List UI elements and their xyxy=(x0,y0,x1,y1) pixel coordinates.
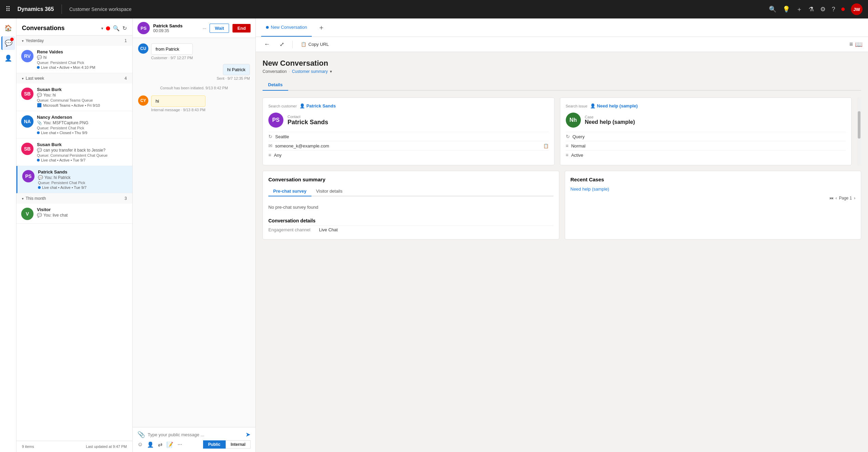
attachment-icon[interactable]: 📎 xyxy=(137,431,145,438)
conv-name: Rene Valdes xyxy=(37,49,128,54)
conv-item-visitor[interactable]: V Visitor 💬 You: live chat xyxy=(16,204,132,224)
emoji-icon[interactable]: ☺ xyxy=(137,441,143,448)
conv-preview: 💬 You: hi xyxy=(37,93,128,98)
conv-name: Patrick Sands xyxy=(38,169,128,175)
conv-item-nancy[interactable]: NA Nancy Anderson 📎 You: MSFTCapture.PNG… xyxy=(16,111,132,139)
group-chevron: ▾ xyxy=(22,39,24,43)
case-avatar: Nh xyxy=(566,113,581,128)
conv-item-susan1[interactable]: SB Susan Burk 💬 You: hi Queue: Communal … xyxy=(16,83,132,111)
copy-url-button[interactable]: 📋 Copy URL xyxy=(298,40,332,48)
tab-details[interactable]: Details xyxy=(263,79,288,91)
agent-icon[interactable]: 👤 xyxy=(147,441,154,448)
add-tab-icon[interactable]: ＋ xyxy=(318,23,325,32)
send-icon[interactable]: ➤ xyxy=(245,431,251,438)
recent-case-link[interactable]: Need help (sample) xyxy=(571,186,609,192)
nav-icons: 🔍 💡 ＋ ⚗ ⚙ ? JW xyxy=(769,3,863,15)
conv-queue: Queue: Communal Teams Queue xyxy=(37,98,128,102)
conv-channel: Live chat • Active • Tue 9/7 xyxy=(37,158,128,162)
panel-book-icon[interactable]: 📖 xyxy=(855,41,863,48)
popout-button[interactable]: ⤢ xyxy=(277,40,287,49)
internal-tab-button[interactable]: Internal xyxy=(226,440,251,449)
customer-card-header: Search customer 👤 Patrick Sands xyxy=(268,103,549,108)
group-thismonth[interactable]: ▾ This month 3 xyxy=(16,193,132,204)
main-layout: 🏠 💬 👤 Conversations ▾ 🔍 ↻ ▾ Yesterday 1 … xyxy=(0,18,868,452)
tab-pre-chat[interactable]: Pre-chat survey xyxy=(268,186,311,196)
msg-meta-sent: Sent · 9/7 12:35 PM xyxy=(217,76,250,80)
case-label: Case xyxy=(585,115,635,119)
first-page-icon[interactable]: ⏮ xyxy=(829,196,833,201)
contact-detail-email: ✉ someone_k@example.com 📋 xyxy=(268,141,549,150)
customer-card: Search customer 👤 Patrick Sands PS Conta… xyxy=(263,98,555,165)
contact-icon: 👤 xyxy=(299,103,305,108)
public-tab-button[interactable]: Public xyxy=(203,440,226,449)
sidebar: Conversations ▾ 🔍 ↻ ▾ Yesterday 1 RV Ren… xyxy=(16,18,133,452)
back-button[interactable]: ← xyxy=(261,39,273,49)
transfer-icon[interactable]: ⇄ xyxy=(158,441,162,448)
msg-avatar-cy: CY xyxy=(138,95,148,106)
conv-item-rene[interactable]: RV Rene Valdes 💬 hi Queue: Persistent Ch… xyxy=(16,46,132,73)
footer-items: 9 items xyxy=(22,444,34,449)
conv-item-patrick[interactable]: PS Patrick Sands 💬 You: hi Patrick Queue… xyxy=(16,166,132,193)
email-copy-icon[interactable]: 📋 xyxy=(543,143,549,148)
more-tools-icon[interactable]: ··· xyxy=(177,441,182,448)
lightbulb-icon[interactable]: 💡 xyxy=(783,5,790,13)
filter-icon[interactable]: ⚗ xyxy=(809,5,814,13)
avatar-rene: RV xyxy=(21,50,34,62)
contacts-rail-icon[interactable]: 👤 xyxy=(1,51,15,65)
conv-queue: Queue: Persistent Chat Pick xyxy=(38,181,128,185)
conv-channel: Live chat • Active • Mon 4:10 PM xyxy=(37,65,128,69)
sidebar-refresh-icon[interactable]: ↻ xyxy=(122,25,127,31)
settings-icon[interactable]: ⚙ xyxy=(820,5,826,13)
right-panel-header: New Conversation ＋ xyxy=(256,18,868,37)
help-icon[interactable]: ? xyxy=(832,6,835,13)
conversations-rail-icon[interactable]: 💬 xyxy=(1,36,15,50)
engagement-label: Engagement channel xyxy=(268,227,316,232)
msg-bubble-internal: hi Internal message · 9/13 8:43 PM xyxy=(151,95,205,112)
group-label: Yesterday xyxy=(26,38,44,43)
right-panel: New Conversation ＋ ← ⤢ 📋 Copy URL ≡ 📖 Ne… xyxy=(256,18,868,452)
group-yesterday[interactable]: ▾ Yesterday 1 xyxy=(16,36,132,46)
conv-name: Visitor xyxy=(37,207,128,212)
msg-meta-1: Customer · 9/7 12:27 PM xyxy=(151,56,193,60)
note-icon[interactable]: 📝 xyxy=(166,441,173,448)
panel-list-icon[interactable]: ≡ xyxy=(849,41,853,48)
end-button[interactable]: End xyxy=(232,24,251,33)
home-icon[interactable]: 🏠 xyxy=(1,21,15,35)
msg-text-internal: hi xyxy=(151,95,205,107)
breadcrumb-sep: · xyxy=(289,69,290,74)
search-customer-value[interactable]: 👤 Patrick Sands xyxy=(299,103,336,108)
tab-new-conversation[interactable]: New Conversation xyxy=(261,18,312,37)
breadcrumb-part2[interactable]: Customer summary xyxy=(292,69,328,74)
chat-input[interactable] xyxy=(148,432,243,437)
conv-name: Susan Burk xyxy=(37,87,128,92)
breadcrumb-chevron[interactable]: ▾ xyxy=(330,69,332,74)
prev-page-icon[interactable]: ‹ xyxy=(836,196,837,201)
sidebar-title-chevron[interactable]: ▾ xyxy=(101,26,103,31)
plus-nav-icon[interactable]: ＋ xyxy=(796,5,802,13)
recent-cases-title: Recent Cases xyxy=(571,177,856,182)
next-page-icon[interactable]: › xyxy=(854,196,855,201)
more-icon[interactable]: ··· xyxy=(203,26,206,31)
scrollbar[interactable] xyxy=(857,98,861,165)
case-detail-query: ↻ Query xyxy=(566,132,846,141)
chat-input-area: 📎 ➤ ☺ 👤 ⇄ 📝 ··· Public Internal xyxy=(133,427,255,452)
tab-buttons: Public Internal xyxy=(203,440,251,449)
sidebar-search-icon[interactable]: 🔍 xyxy=(113,25,120,31)
conv-item-susan2[interactable]: SB Susan Burk 💬 can you transfer it back… xyxy=(16,139,132,166)
left-rail: 🏠 💬 👤 xyxy=(0,18,16,452)
tab-visitor-details[interactable]: Visitor details xyxy=(311,186,347,196)
case-name: Need help (sample) xyxy=(585,119,635,125)
grid-icon[interactable]: ⠿ xyxy=(5,5,11,13)
wait-button[interactable]: Wait xyxy=(210,24,229,33)
search-nav-icon[interactable]: 🔍 xyxy=(769,5,776,13)
msg-bubble-1: from Patrick Customer · 9/7 12:27 PM xyxy=(151,43,193,60)
search-issue-value[interactable]: 👤 Need help (sample) xyxy=(590,103,638,108)
group-lastweek[interactable]: ▾ Last week 4 xyxy=(16,73,132,83)
user-avatar[interactable]: JW xyxy=(851,3,863,15)
cards-row-2: Conversation summary Pre-chat survey Vis… xyxy=(263,171,861,240)
conv-channel: Live chat • Active • Tue 9/7 xyxy=(38,185,128,190)
msg-customer-1: CU from Patrick Customer · 9/7 12:27 PM xyxy=(138,43,250,60)
conv-channel: 🟦 Microsoft Teams • Active • Fri 9/10 xyxy=(37,103,128,107)
case-active: Active xyxy=(571,153,583,158)
sidebar-title: Conversations xyxy=(22,25,98,32)
